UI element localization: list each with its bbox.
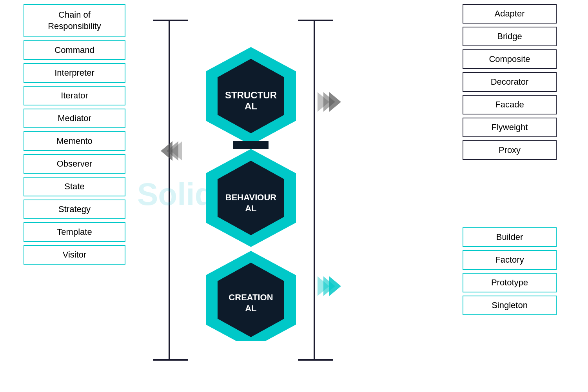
struct-box-proxy: Proxy	[463, 140, 557, 160]
pattern-box-visitor: Visitor	[24, 245, 125, 265]
vline-left	[169, 20, 170, 361]
pattern-label-iterator: Iterator	[61, 91, 88, 100]
struct-label-proxy: Proxy	[499, 145, 521, 155]
svg-text:AL: AL	[245, 101, 257, 111]
pattern-label-strategy: Strategy	[58, 204, 91, 214]
tbar-top-left	[153, 20, 188, 21]
pattern-box-interpreter: Interpreter	[24, 63, 125, 83]
tbar-top-right	[298, 20, 333, 21]
svg-rect-13	[233, 141, 269, 149]
creat-box-singleton: Singleton	[463, 296, 557, 315]
left-column: Chain ofResponsibility Command Interpret…	[24, 4, 125, 265]
pattern-label-chain: Chain ofResponsibility	[48, 10, 101, 31]
struct-box-composite: Composite	[463, 49, 557, 69]
chevron-right-creational-arrow	[316, 274, 345, 298]
structural-column: Adapter Bridge Composite Decorator Facad…	[463, 4, 557, 160]
svg-marker-8	[329, 276, 341, 296]
pattern-label-interpreter: Interpreter	[54, 68, 94, 78]
pattern-box-template: Template	[24, 222, 125, 242]
struct-label-facade: Facade	[495, 100, 524, 109]
pattern-label-memento: Memento	[56, 136, 93, 146]
struct-label-bridge: Bridge	[497, 31, 522, 41]
struct-box-adapter: Adapter	[463, 4, 557, 24]
chevron-right-structural-arrow	[316, 90, 345, 114]
pattern-label-template: Template	[57, 227, 92, 237]
svg-text:STRUCTUR: STRUCTUR	[225, 90, 277, 100]
pattern-box-memento: Memento	[24, 131, 125, 151]
svg-text:AL: AL	[245, 203, 256, 213]
svg-marker-5	[329, 92, 341, 112]
pattern-label-observer: Observer	[57, 159, 92, 169]
pattern-label-visitor: Visitor	[63, 250, 87, 260]
center-hexagon-diagram: STRUCTUR AL BEHAVIOUR AL CREATION AL	[192, 35, 310, 341]
tbar-bottom-right	[298, 359, 333, 361]
pattern-box-state: State	[24, 177, 125, 196]
pattern-label-state: State	[64, 181, 84, 191]
svg-text:AL: AL	[245, 303, 256, 313]
struct-box-flyweight: Flyweight	[463, 118, 557, 137]
pattern-label-command: Command	[54, 45, 94, 55]
pattern-label-mediator: Mediator	[58, 113, 91, 123]
struct-box-facade: Facade	[463, 95, 557, 114]
pattern-box-iterator: Iterator	[24, 86, 125, 105]
struct-box-bridge: Bridge	[463, 27, 557, 46]
svg-text:BEHAVIOUR: BEHAVIOUR	[225, 192, 276, 202]
pattern-box-mediator: Mediator	[24, 109, 125, 128]
creational-column: Builder Factory Prototype Singleton	[463, 227, 557, 315]
struct-label-decorator: Decorator	[491, 77, 529, 87]
pattern-box-command: Command	[24, 40, 125, 60]
tbar-bottom-left	[153, 359, 188, 361]
struct-label-composite: Composite	[489, 54, 530, 64]
svg-text:CREATION: CREATION	[229, 292, 273, 302]
struct-label-flyweight: Flyweight	[492, 122, 528, 132]
pattern-box-observer: Observer	[24, 154, 125, 174]
pattern-box-strategy: Strategy	[24, 200, 125, 219]
chevron-left-arrow	[153, 139, 182, 163]
creat-label-singleton: Singleton	[492, 300, 528, 310]
creat-label-factory: Factory	[495, 255, 524, 265]
struct-label-adapter: Adapter	[494, 9, 524, 18]
creat-box-factory: Factory	[463, 250, 557, 270]
creat-label-builder: Builder	[496, 232, 523, 242]
creat-box-builder: Builder	[463, 227, 557, 247]
pattern-box-chain: Chain ofResponsibility	[24, 4, 125, 37]
creat-box-prototype: Prototype	[463, 273, 557, 292]
creat-label-prototype: Prototype	[491, 278, 528, 287]
vline-right	[314, 20, 315, 361]
struct-box-decorator: Decorator	[463, 72, 557, 92]
